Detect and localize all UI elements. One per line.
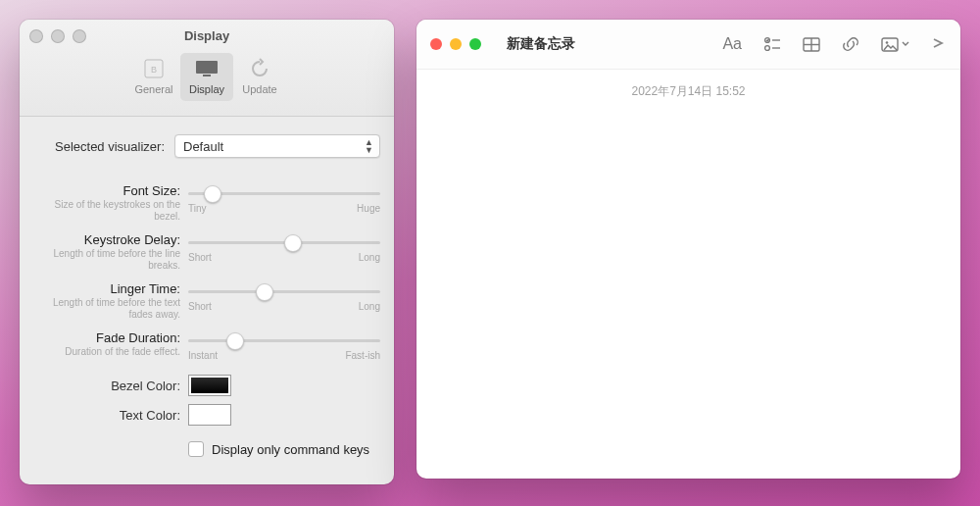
- tab-label: General: [134, 83, 172, 95]
- text-color-label: Text Color:: [33, 408, 188, 423]
- prefs-body: Selected visualizer: Default ▲▼ Font Siz…: [20, 117, 394, 471]
- svg-point-6: [765, 46, 770, 51]
- linger-time-slider[interactable]: [188, 283, 380, 299]
- fade-duration-hint: Duration of the fade effect.: [33, 346, 180, 358]
- prefs-titlebar: Display B General Display Update: [20, 20, 394, 117]
- note-title: 新建备忘录: [507, 35, 575, 53]
- linger-time-label: Linger Time:: [33, 281, 180, 296]
- slider-max: Long: [359, 301, 380, 312]
- slider-min: Short: [188, 252, 212, 263]
- bezel-color-swatch[interactable]: [188, 375, 231, 396]
- visualizer-label: Selected visualizer:: [33, 139, 165, 154]
- bezel-color-label: Bezel Color:: [33, 379, 188, 393]
- slider-min: Instant: [188, 350, 218, 361]
- keystroke-delay-slider[interactable]: [188, 234, 380, 250]
- chevron-down-icon: [902, 41, 909, 47]
- tab-label: Update: [242, 83, 276, 95]
- note-timestamp: 2022年7月14日 15:52: [430, 83, 947, 100]
- text-color-swatch[interactable]: [188, 404, 231, 426]
- zoom-icon[interactable]: [469, 38, 481, 50]
- slider-min: Short: [188, 301, 212, 312]
- slider-max: Huge: [357, 203, 380, 214]
- traffic-lights: [430, 38, 481, 50]
- tab-update[interactable]: Update: [233, 53, 286, 101]
- keystroke-delay-hint: Length of time before the line breaks.: [33, 248, 180, 272]
- notes-window: 新建备忘录 Aa 2022年7月14日 15:52: [416, 20, 960, 479]
- svg-text:B: B: [151, 65, 157, 75]
- chevron-updown-icon: ▲▼: [365, 138, 373, 154]
- font-size-hint: Size of the keystrokes on the bezel.: [33, 199, 180, 223]
- link-icon[interactable]: [842, 36, 859, 52]
- display-preferences-window: Display B General Display Update: [20, 20, 394, 484]
- table-icon[interactable]: [803, 37, 820, 52]
- slider-min: Tiny: [188, 203, 207, 214]
- slider-icon: B: [139, 57, 169, 80]
- visualizer-select[interactable]: Default ▲▼: [174, 134, 380, 158]
- svg-point-12: [886, 41, 889, 44]
- format-icon[interactable]: Aa: [722, 35, 742, 53]
- checklist-icon[interactable]: [763, 36, 781, 52]
- close-icon[interactable]: [430, 38, 442, 50]
- linger-time-hint: Length of time before the text fades awa…: [33, 297, 180, 321]
- font-size-slider[interactable]: [188, 185, 380, 201]
- fade-duration-slider[interactable]: [188, 332, 380, 348]
- update-icon: [245, 57, 274, 80]
- fade-duration-label: Fade Duration:: [33, 330, 180, 345]
- prefs-toolbar: B General Display Update: [20, 53, 394, 101]
- visualizer-value: Default: [183, 139, 223, 154]
- command-keys-checkbox[interactable]: [188, 441, 204, 457]
- tab-general[interactable]: B General: [127, 53, 180, 101]
- window-title: Display: [20, 28, 394, 43]
- media-icon[interactable]: [881, 37, 909, 52]
- tab-display[interactable]: Display: [180, 53, 233, 101]
- tab-label: Display: [189, 83, 224, 95]
- minimize-icon[interactable]: [450, 38, 462, 50]
- slider-max: Fast-ish: [345, 350, 380, 361]
- notes-toolbar: 新建备忘录 Aa: [416, 20, 960, 70]
- display-icon: [192, 57, 221, 80]
- svg-rect-3: [203, 75, 211, 76]
- font-size-label: Font Size:: [33, 183, 180, 198]
- note-body[interactable]: 2022年7月14日 15:52: [416, 70, 960, 114]
- command-keys-label: Display only command keys: [212, 442, 369, 457]
- more-icon[interactable]: [929, 34, 947, 56]
- keystroke-delay-label: Keystroke Delay:: [33, 232, 180, 247]
- svg-rect-2: [196, 61, 218, 74]
- slider-max: Long: [359, 252, 380, 263]
